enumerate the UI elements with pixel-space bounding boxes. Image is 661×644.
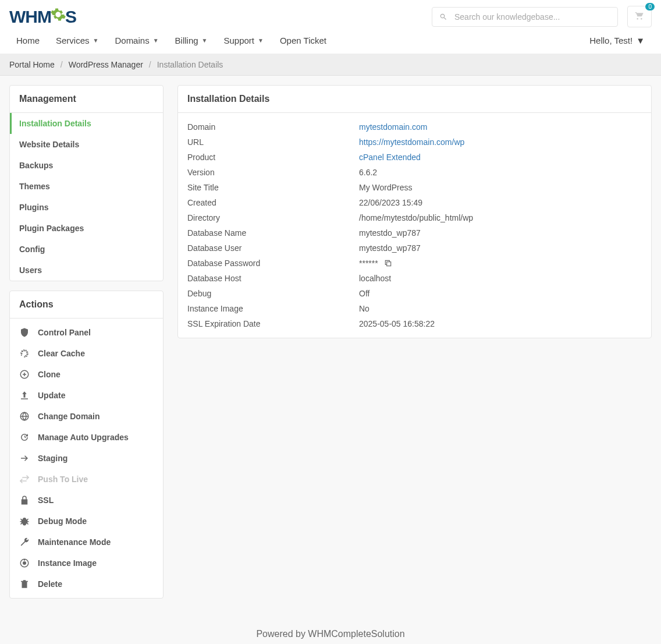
breadcrumb-item[interactable]: WordPress Manager <box>69 60 143 69</box>
sidebar-item-config[interactable]: Config <box>10 239 163 260</box>
action-control-panel[interactable]: Control Panel <box>10 322 163 343</box>
logo[interactable]: WHMS <box>9 6 76 27</box>
nav-item-domains[interactable]: Domains▼ <box>108 27 165 54</box>
action-ssl[interactable]: SSL <box>10 490 163 511</box>
nav-label: Open Ticket <box>280 36 326 45</box>
nav-item-billing[interactable]: Billing▼ <box>168 27 215 54</box>
detail-label: Database User <box>187 243 359 253</box>
nav-item-open-ticket[interactable]: Open Ticket <box>273 27 333 54</box>
breadcrumb-item: Installation Details <box>157 60 223 69</box>
detail-value: No <box>359 304 369 313</box>
actions-title: Actions <box>10 291 163 319</box>
sidebar-item-website-details[interactable]: Website Details <box>10 134 163 155</box>
detail-row: Directory/home/mytestdo/public_html/wp <box>178 210 651 225</box>
sidebar-item-plugins[interactable]: Plugins <box>10 197 163 218</box>
action-delete[interactable]: Delete <box>10 574 163 595</box>
nav-item-services[interactable]: Services▼ <box>49 27 105 54</box>
refresh-dotted-icon <box>19 348 30 359</box>
detail-label: Debug <box>187 289 359 298</box>
detail-label: Product <box>187 153 359 162</box>
sidebar-item-backups[interactable]: Backups <box>10 155 163 176</box>
gear-icon <box>50 6 66 27</box>
image-icon <box>19 558 30 568</box>
nav-label: Support <box>223 36 254 45</box>
user-menu[interactable]: Hello, Test! ▼ <box>582 27 652 54</box>
nav-label: Home <box>16 36 40 45</box>
details-card: Installation Details Domainmytestdomain.… <box>177 85 652 338</box>
detail-value: 2025-05-05 16:58:22 <box>359 319 435 328</box>
upload-icon <box>19 390 30 401</box>
detail-label: Created <box>187 198 359 207</box>
detail-row: DebugOff <box>178 286 651 301</box>
detail-label: Database Host <box>187 274 359 283</box>
chevron-down-icon: ▼ <box>636 36 645 45</box>
detail-row: Site TitleMy WordPress <box>178 180 651 195</box>
detail-value: 6.6.2 <box>359 168 377 177</box>
navbar: HomeServices▼Domains▼Billing▼Support▼Ope… <box>0 27 661 54</box>
action-label: Push To Live <box>38 475 88 484</box>
action-instance-image[interactable]: Instance Image <box>10 553 163 574</box>
action-clone[interactable]: Clone <box>10 364 163 385</box>
header: WHMS 0 <box>0 0 661 27</box>
sidebar-item-installation-details[interactable]: Installation Details <box>10 113 163 134</box>
detail-link[interactable]: https://mytestdomain.com/wp <box>359 137 464 147</box>
action-update[interactable]: Update <box>10 385 163 406</box>
action-clear-cache[interactable]: Clear Cache <box>10 343 163 364</box>
cart-badge: 0 <box>645 3 655 10</box>
breadcrumb-item[interactable]: Portal Home <box>9 60 55 69</box>
action-label: Staging <box>38 454 67 463</box>
action-manage-auto-upgrades[interactable]: Manage Auto Upgrades <box>10 427 163 448</box>
clone-icon <box>19 369 30 380</box>
detail-value: mytestdo_wp787 <box>359 243 421 253</box>
action-label: Clear Cache <box>38 349 85 358</box>
action-debug-mode[interactable]: Debug Mode <box>10 511 163 532</box>
copy-icon[interactable] <box>384 259 392 267</box>
action-maintenance-mode[interactable]: Maintenance Mode <box>10 532 163 553</box>
nav-item-home[interactable]: Home <box>9 27 47 54</box>
svg-point-4 <box>24 560 25 561</box>
shield-icon <box>19 327 30 338</box>
nav-label: Domains <box>115 36 149 45</box>
cart-icon <box>635 11 644 20</box>
detail-link[interactable]: cPanel Extended <box>359 153 421 162</box>
detail-row: Instance ImageNo <box>178 301 651 316</box>
details-title: Installation Details <box>178 86 651 113</box>
search-box[interactable] <box>432 7 618 27</box>
sidebar-item-plugin-packages[interactable]: Plugin Packages <box>10 218 163 239</box>
detail-row: Created22/06/2023 15:49 <box>178 195 651 210</box>
management-title: Management <box>10 86 163 113</box>
detail-row: SSL Expiration Date2025-05-05 16:58:22 <box>178 316 651 338</box>
detail-row: ProductcPanel Extended <box>178 150 651 165</box>
detail-row: Database Password****** <box>178 256 651 271</box>
chevron-down-icon: ▼ <box>93 37 99 44</box>
action-label: Update <box>38 391 65 400</box>
detail-value: /home/mytestdo/public_html/wp <box>359 213 473 222</box>
detail-link[interactable]: mytestdomain.com <box>359 122 427 132</box>
nav-label: Billing <box>175 36 198 45</box>
arrow-right-icon <box>19 453 30 463</box>
sidebar-item-themes[interactable]: Themes <box>10 176 163 197</box>
breadcrumb-separator: / <box>61 60 63 69</box>
svg-point-3 <box>23 561 26 565</box>
action-label: Instance Image <box>38 558 97 568</box>
detail-label: Directory <box>187 213 359 222</box>
action-label: Control Panel <box>38 328 91 337</box>
action-label: SSL <box>38 496 54 505</box>
action-change-domain[interactable]: Change Domain <box>10 406 163 427</box>
action-staging[interactable]: Staging <box>10 448 163 469</box>
sidebar-item-users[interactable]: Users <box>10 260 163 281</box>
detail-label: SSL Expiration Date <box>187 319 359 328</box>
cart-button[interactable]: 0 <box>627 6 652 27</box>
chevron-down-icon: ▼ <box>202 37 208 44</box>
detail-value: localhost <box>359 274 391 283</box>
detail-label: Instance Image <box>187 304 359 313</box>
detail-row: Version6.6.2 <box>178 165 651 180</box>
detail-row: Database Namemytestdo_wp787 <box>178 225 651 240</box>
nav-item-support[interactable]: Support▼ <box>216 27 270 54</box>
detail-label: Database Password <box>187 259 359 268</box>
user-greeting-label: Hello, Test! <box>589 36 632 45</box>
search-input[interactable] <box>454 12 610 22</box>
globe-icon <box>19 411 30 422</box>
detail-value: 22/06/2023 15:49 <box>359 198 422 207</box>
action-label: Clone <box>38 370 61 379</box>
